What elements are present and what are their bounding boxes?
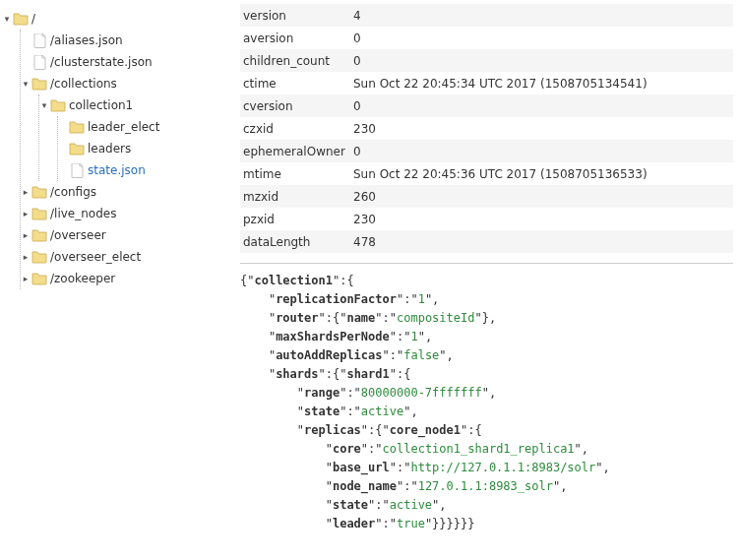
expand-icon[interactable]: ▸ [21,247,31,267]
property-row: ctimeSun Oct 22 20:45:34 UTC 2017 (15087… [240,72,733,94]
folder-icon [31,249,47,265]
tree-node-state-json[interactable]: ▸ state.json [58,159,232,181]
json-content: {"collection1":{ "replicationFactor":"1"… [240,272,733,533]
tree-label: /aliases.json [50,31,123,50]
tree-label: leaders [88,139,131,158]
property-key: mzxid [240,185,353,208]
property-value: Sun Oct 22 20:45:34 UTC 2017 (1508705134… [353,72,733,94]
tree-node-overseer-elect[interactable]: ▸ /overseer_elect [21,246,232,268]
file-icon [31,54,47,70]
property-value: 0 [353,140,733,162]
expand-icon[interactable]: ▸ [21,204,31,223]
folder-icon [31,271,47,286]
tree-label: /collections [50,74,117,93]
property-value: 0 [353,94,733,117]
expand-icon[interactable]: ▸ [21,269,31,288]
file-icon [69,162,85,178]
property-value: 0 [353,49,733,72]
property-row: ephemeralOwner0 [240,140,733,162]
tree-node-clusterstate[interactable]: ▸ /clusterstate.json [21,51,232,73]
collapse-icon[interactable]: ▾ [21,74,31,93]
folder-icon [50,97,66,113]
property-value: 4 [353,4,733,27]
property-value: 260 [353,185,733,208]
property-row: aversion0 [240,27,733,49]
property-key: pzxid [240,208,353,230]
property-row: version4 [240,4,733,27]
property-row: mzxid260 [240,185,733,208]
property-value: 230 [353,208,733,230]
tree-pane: ▾ / ▸ /aliases.json ▸ /clusterstate.json [0,0,236,560]
tree-node-leaders[interactable]: ▸ leaders [58,138,232,159]
property-row: czxid230 [240,117,733,140]
tree-label: /clusterstate.json [50,52,153,72]
expand-icon[interactable]: ▸ [21,225,31,245]
property-key: czxid [240,117,353,140]
folder-icon [69,141,85,156]
tree-label: / [31,9,35,29]
property-key: aversion [240,27,353,49]
property-key: ephemeralOwner [240,140,353,162]
tree-node-collections[interactable]: ▾ /collections ▾ collection1 [21,73,232,181]
tree-node-collection1[interactable]: ▾ collection1 ▸ [39,94,232,181]
divider [240,263,733,264]
property-key: children_count [240,49,353,72]
collapse-icon[interactable]: ▾ [2,9,12,29]
tree-label: /overseer [50,225,106,245]
tree-node-live-nodes[interactable]: ▸ /live_nodes [21,203,232,224]
detail-pane: version4aversion0children_count0ctimeSun… [236,0,741,560]
property-row: cversion0 [240,94,733,117]
folder-icon [13,11,29,27]
property-value: 0 [353,27,733,49]
property-key: ctime [240,72,353,94]
collapse-icon[interactable]: ▾ [39,95,49,115]
tree-node-leader-elect[interactable]: ▸ leader_elect [58,116,232,138]
expand-icon[interactable]: ▸ [21,182,31,202]
tree-label: /configs [50,182,96,202]
property-key: dataLength [240,230,353,253]
property-row: mtimeSun Oct 22 20:45:36 UTC 2017 (15087… [240,162,733,185]
tree-label: /zookeeper [50,269,115,288]
tree-label-selected: state.json [88,160,146,180]
tree-label: leader_elect [88,117,159,137]
tree-label: /overseer_elect [50,247,141,267]
folder-icon [31,184,47,200]
property-row: pzxid230 [240,208,733,230]
property-row: children_count0 [240,49,733,72]
file-icon [31,32,47,48]
property-value: 478 [353,230,733,253]
property-key: version [240,4,353,27]
properties-table: version4aversion0children_count0ctimeSun… [240,4,733,253]
property-key: cversion [240,94,353,117]
property-row: dataLength478 [240,230,733,253]
tree-node-configs[interactable]: ▸ /configs [21,181,232,203]
property-value: Sun Oct 22 20:45:36 UTC 2017 (1508705136… [353,162,733,185]
folder-icon [31,76,47,92]
tree-label: collection1 [69,95,133,115]
tree-node-overseer[interactable]: ▸ /overseer [21,224,232,246]
folder-icon [31,206,47,221]
folder-icon [31,227,47,243]
tree-node-zookeeper[interactable]: ▸ /zookeeper [21,268,232,289]
tree-node-root[interactable]: ▾ / ▸ /aliases.json ▸ /clusterstate.json [2,8,232,289]
property-key: mtime [240,162,353,185]
tree-node-aliases[interactable]: ▸ /aliases.json [21,30,232,51]
folder-icon [69,119,85,135]
tree-label: /live_nodes [50,204,116,223]
property-value: 230 [353,117,733,140]
